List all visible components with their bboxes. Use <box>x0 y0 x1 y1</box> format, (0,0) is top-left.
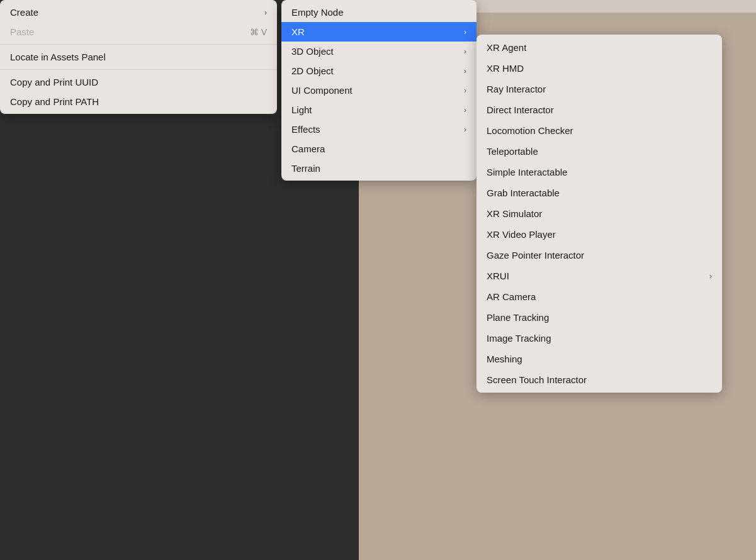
separator-1 <box>0 44 277 45</box>
locomotion-checker-label: Locomotion Checker <box>487 125 573 136</box>
menu-item-gaze-pointer-interactor[interactable]: Gaze Pointer Interactor <box>477 245 722 266</box>
xr-submenu: Empty Node XR › 3D Object › 2D Object › … <box>281 0 477 181</box>
menu-item-xr-agent[interactable]: XR Agent <box>477 37 722 58</box>
screen-touch-interactor-label: Screen Touch Interactor <box>487 374 587 385</box>
3d-object-chevron: › <box>464 47 466 56</box>
light-chevron: › <box>464 106 466 115</box>
ray-interactor-label: Ray Interactor <box>487 84 546 94</box>
xr-items-submenu: XR Agent XR HMD Ray Interactor Direct In… <box>477 35 722 393</box>
menu-item-camera[interactable]: Camera <box>281 139 477 159</box>
menu-item-paste[interactable]: Paste ⌘ V <box>0 22 277 42</box>
menu-item-locomotion-checker[interactable]: Locomotion Checker <box>477 120 722 141</box>
menu-item-copy-path[interactable]: Copy and Print PATH <box>0 92 277 111</box>
menu-item-ray-interactor[interactable]: Ray Interactor <box>477 79 722 99</box>
menu-item-direct-interactor[interactable]: Direct Interactor <box>477 99 722 120</box>
terrain-label: Terrain <box>291 163 320 174</box>
menu-item-create[interactable]: Create › <box>0 3 277 22</box>
menu-item-effects[interactable]: Effects › <box>281 120 477 139</box>
menu-item-2d-object[interactable]: 2D Object › <box>281 61 477 81</box>
xrui-chevron: › <box>709 272 712 281</box>
camera-label: Camera <box>291 143 325 154</box>
xr-simulator-label: XR Simulator <box>487 208 542 219</box>
menu-item-xr-video-player[interactable]: XR Video Player <box>477 224 722 245</box>
gaze-pointer-interactor-label: Gaze Pointer Interactor <box>487 250 584 260</box>
menu-item-meshing[interactable]: Meshing <box>477 349 722 369</box>
effects-chevron: › <box>464 125 466 134</box>
menu-item-ar-camera[interactable]: AR Camera <box>477 286 722 307</box>
menu-item-grab-interactable[interactable]: Grab Interactable <box>477 182 722 203</box>
menu-item-teleportable[interactable]: Teleportable <box>477 141 722 162</box>
xr-chevron: › <box>464 28 466 36</box>
simple-interactable-label: Simple Interactable <box>487 167 567 177</box>
effects-label: Effects <box>291 124 320 135</box>
copy-path-label: Copy and Print PATH <box>10 96 99 107</box>
copy-uuid-label: Copy and Print UUID <box>10 77 98 87</box>
xr-label: XR <box>291 26 305 37</box>
2d-object-label: 2D Object <box>291 65 334 76</box>
menu-item-xr[interactable]: XR › <box>281 22 477 42</box>
create-label: Create <box>10 7 38 18</box>
locate-label: Locate in Assets Panel <box>10 52 106 62</box>
meshing-label: Meshing <box>487 354 522 364</box>
paste-shortcut: ⌘ V <box>250 27 267 37</box>
menu-item-xr-hmd[interactable]: XR HMD <box>477 58 722 79</box>
ui-component-chevron: › <box>464 86 466 95</box>
image-tracking-label: Image Tracking <box>487 333 551 344</box>
3d-object-label: 3D Object <box>291 46 334 57</box>
menu-item-terrain[interactable]: Terrain <box>281 159 477 178</box>
menu-item-ui-component[interactable]: UI Component › <box>281 81 477 100</box>
create-context-menu: Create › Paste ⌘ V Locate in Assets Pane… <box>0 0 277 114</box>
create-chevron: › <box>264 8 267 17</box>
2d-object-chevron: › <box>464 67 466 76</box>
direct-interactor-label: Direct Interactor <box>487 104 554 115</box>
ui-component-label: UI Component <box>291 85 353 96</box>
xr-video-player-label: XR Video Player <box>487 229 556 240</box>
menu-item-locate[interactable]: Locate in Assets Panel <box>0 47 277 67</box>
plane-tracking-label: Plane Tracking <box>487 312 549 323</box>
xr-agent-label: XR Agent <box>487 42 526 53</box>
menu-item-3d-object[interactable]: 3D Object › <box>281 42 477 61</box>
xrui-label: XRUI <box>487 271 509 281</box>
separator-2 <box>0 69 277 70</box>
empty-node-label: Empty Node <box>291 7 344 18</box>
light-label: Light <box>291 104 312 115</box>
ar-camera-label: AR Camera <box>487 291 536 302</box>
menu-item-light[interactable]: Light › <box>281 100 477 120</box>
menu-item-copy-uuid[interactable]: Copy and Print UUID <box>0 72 277 92</box>
paste-label: Paste <box>10 26 34 37</box>
menu-item-xrui[interactable]: XRUI › <box>477 266 722 286</box>
teleportable-label: Teleportable <box>487 146 538 157</box>
grab-interactable-label: Grab Interactable <box>487 188 560 198</box>
menu-item-simple-interactable[interactable]: Simple Interactable <box>477 162 722 182</box>
menu-item-xr-simulator[interactable]: XR Simulator <box>477 203 722 224</box>
menu-item-empty-node[interactable]: Empty Node <box>281 3 477 22</box>
menu-item-plane-tracking[interactable]: Plane Tracking <box>477 307 722 328</box>
menu-item-image-tracking[interactable]: Image Tracking <box>477 328 722 349</box>
menu-item-screen-touch-interactor[interactable]: Screen Touch Interactor <box>477 369 722 390</box>
xr-hmd-label: XR HMD <box>487 63 524 74</box>
